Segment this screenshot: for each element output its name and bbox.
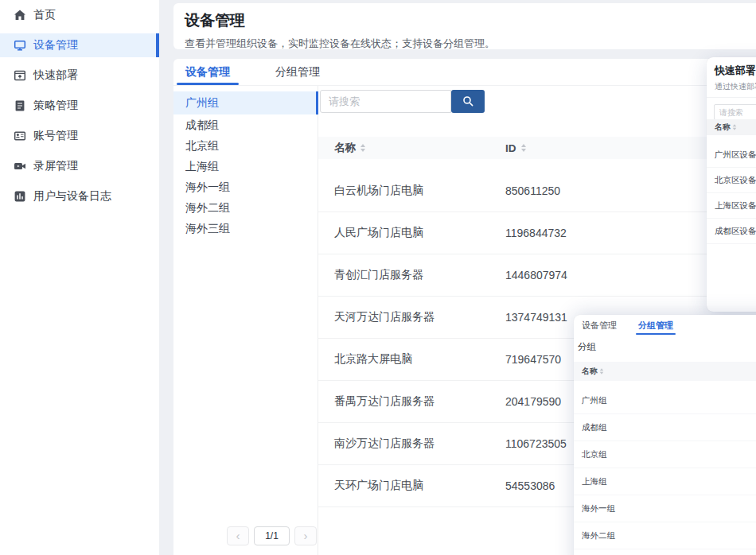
column-header-label: 名称 xyxy=(715,122,731,133)
list-item[interactable]: 上海区设备 xyxy=(707,193,756,219)
device-name-cell: 天河万达门店服务器 xyxy=(318,310,435,324)
sidebar-item-label: 策略管理 xyxy=(33,99,78,113)
device-id-cell: 850611250 xyxy=(505,184,560,197)
table-row[interactable]: 白云机场门店电脑 850611250 xyxy=(318,170,756,212)
group-popup-column-header: 名称 xyxy=(574,362,756,381)
quick-deploy-column-header: 名称 xyxy=(707,119,756,135)
group-item-overseas-3[interactable]: 海外三组 xyxy=(173,218,318,239)
sidebar-item-recording-management[interactable]: 录屏管理 xyxy=(0,154,159,178)
table-row[interactable]: 青创汇门店服务器 1446807974 xyxy=(318,254,756,297)
quick-deploy-rows: 广州区设备 北京区设备 上海区设备 成都区设备 xyxy=(707,142,756,244)
sidebar-item-label: 录屏管理 xyxy=(33,159,78,173)
group-list: 广州组 成都组 北京组 上海组 海外一组 海外二组 海外三组 ‹ 1/1 › xyxy=(173,86,318,555)
device-name-cell: 番禺万达门店服务器 xyxy=(318,394,435,409)
device-name-cell: 白云机场门店电脑 xyxy=(318,184,423,198)
search-input[interactable] xyxy=(320,90,451,113)
device-id-cell: 204179590 xyxy=(505,395,561,408)
sidebar-item-user-device-logs[interactable]: 用户与设备日志 xyxy=(0,184,159,208)
list-item[interactable]: 北京组 xyxy=(574,441,756,468)
device-name-cell: 南沙万达门店服务器 xyxy=(318,437,435,451)
group-section-label: 分组 xyxy=(574,336,756,353)
device-id-cell: 1106723505 xyxy=(505,437,567,450)
deploy-icon xyxy=(14,69,26,82)
sidebar-item-account-management[interactable]: 账号管理 xyxy=(0,124,159,148)
device-name-cell: 天环广场门店电脑 xyxy=(318,479,423,493)
pagination-prev-button[interactable]: ‹ xyxy=(227,526,249,545)
group-item-overseas-1[interactable]: 海外一组 xyxy=(173,177,318,197)
quick-deploy-subtitle: 通过快速部署， xyxy=(715,81,756,92)
tab-device-management[interactable]: 设备管理 xyxy=(176,59,240,85)
column-header-label: ID xyxy=(505,142,516,154)
quick-deploy-search-input[interactable] xyxy=(714,104,756,120)
logs-icon xyxy=(14,190,26,203)
account-icon xyxy=(14,130,26,142)
group-item-shanghai[interactable]: 上海组 xyxy=(173,156,318,177)
device-name-cell: 北京路大屏电脑 xyxy=(318,352,412,367)
sort-icon[interactable] xyxy=(600,368,604,375)
list-item[interactable]: 海外二组 xyxy=(574,522,756,549)
search-icon xyxy=(462,95,474,107)
page-subtitle: 查看并管理组织设备，实时监控设备在线状态；支持设备分组管理。 xyxy=(185,37,756,51)
sort-icon[interactable] xyxy=(733,124,737,130)
sidebar-item-home[interactable]: 首页 xyxy=(0,3,159,27)
list-item[interactable]: 广州组 xyxy=(574,387,756,414)
page-title: 设备管理 xyxy=(185,10,756,31)
device-name-cell: 青创汇门店服务器 xyxy=(318,268,423,282)
sidebar-item-device-management[interactable]: 设备管理 xyxy=(0,33,159,57)
sidebar-item-quick-deploy[interactable]: 快速部署 xyxy=(0,64,159,87)
recording-icon xyxy=(14,160,26,173)
group-item-beijing[interactable]: 北京组 xyxy=(173,135,318,156)
group-item-guangzhou[interactable]: 广州组 xyxy=(173,91,318,114)
column-header-label: 名称 xyxy=(582,366,598,377)
pagination-next-button[interactable]: › xyxy=(294,526,317,545)
sidebar: 首页 设备管理 快速部署 策略管理 账号管理 录屏管理 用户与设备日志 xyxy=(0,0,159,555)
device-id-cell: 1374749131 xyxy=(505,311,567,324)
tab-group-management[interactable]: 分组管理 xyxy=(266,59,329,85)
home-icon xyxy=(14,9,26,21)
table-header: 名称 ID xyxy=(318,137,756,159)
column-header-id: ID xyxy=(505,142,526,154)
quick-deploy-popup-header: 快速部署 通过快速部署， xyxy=(707,57,756,98)
group-popup-tabs: 设备管理 分组管理 xyxy=(574,315,756,336)
group-item-chengdu[interactable]: 成都组 xyxy=(173,114,318,135)
list-item[interactable]: 北京区设备 xyxy=(707,168,756,193)
device-id-cell: 1446807974 xyxy=(505,269,567,281)
quick-deploy-title: 快速部署 xyxy=(715,64,756,78)
device-id-cell: 719647570 xyxy=(505,353,561,366)
page-header: 设备管理 查看并管理组织设备，实时监控设备在线状态；支持设备分组管理。 xyxy=(173,3,756,49)
search-button[interactable] xyxy=(451,90,485,113)
list-item[interactable]: 上海组 xyxy=(574,468,756,495)
sidebar-item-label: 账号管理 xyxy=(33,129,78,143)
group-item-overseas-2[interactable]: 海外二组 xyxy=(173,197,318,218)
list-item[interactable]: 广州区设备 xyxy=(707,142,756,168)
sidebar-item-label: 用户与设备日志 xyxy=(33,189,111,204)
device-name-cell: 人民广场门店电脑 xyxy=(318,226,423,240)
quick-deploy-popup: 快速部署 通过快速部署， 名称 广州区设备 北京区设备 上海区设备 成都区设备 xyxy=(707,57,756,312)
device-id-cell: 1196844732 xyxy=(505,227,567,239)
sidebar-item-label: 快速部署 xyxy=(33,68,78,83)
device-id-cell: 54553086 xyxy=(505,479,555,492)
sidebar-item-label: 设备管理 xyxy=(33,38,78,52)
column-header-label: 名称 xyxy=(334,141,356,155)
list-item[interactable]: 海外一组 xyxy=(574,495,756,522)
table-row[interactable]: 人民广场门店电脑 1196844732 xyxy=(318,212,756,254)
sort-icon[interactable] xyxy=(521,144,526,152)
search-bar xyxy=(320,90,485,113)
pagination-page-indicator: 1/1 xyxy=(254,526,290,545)
group-management-popup: 设备管理 分组管理 分组 名称 广州组 成都组 北京组 上海组 海外一组 海外二… xyxy=(574,315,756,555)
sidebar-item-policy-management[interactable]: 策略管理 xyxy=(0,94,159,118)
sort-icon[interactable] xyxy=(360,144,365,152)
main-tabs: 设备管理 分组管理 xyxy=(173,59,756,86)
column-header-name: 名称 xyxy=(318,141,365,155)
list-item[interactable]: 成都组 xyxy=(574,414,756,441)
sidebar-item-label: 首页 xyxy=(33,8,56,22)
list-item[interactable]: 成都区设备 xyxy=(707,219,756,244)
policy-icon xyxy=(14,99,26,112)
tab-group-management[interactable]: 分组管理 xyxy=(638,315,673,336)
device-icon xyxy=(14,39,26,52)
tab-device-management[interactable]: 设备管理 xyxy=(582,315,617,336)
group-popup-rows: 广州组 成都组 北京组 上海组 海外一组 海外二组 xyxy=(574,387,756,549)
pagination: ‹ 1/1 › xyxy=(227,526,317,545)
